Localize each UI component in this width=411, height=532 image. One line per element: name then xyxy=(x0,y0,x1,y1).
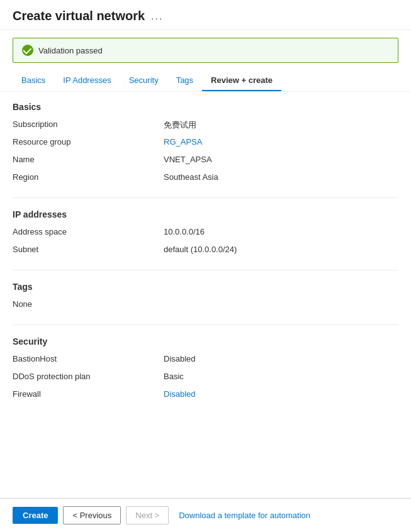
field-resource-group-value[interactable]: RG_APSA xyxy=(164,137,202,147)
field-bastion-host-label: BastionHost xyxy=(13,354,164,363)
page-header: Create virtual network ... xyxy=(0,0,411,30)
field-ddos-protection-label: DDoS protection plan xyxy=(13,372,164,381)
validation-banner: Validation passed xyxy=(13,38,398,63)
field-name-label: Name xyxy=(13,155,164,164)
field-ddos-protection: DDoS protection plan Basic xyxy=(13,372,398,385)
tab-basics[interactable]: Basics xyxy=(13,70,54,91)
field-ddos-protection-value: Basic xyxy=(164,372,184,381)
previous-button[interactable]: < Previous xyxy=(63,506,121,524)
tab-tags[interactable]: Tags xyxy=(167,70,202,91)
field-name: Name VNET_APSA xyxy=(13,155,398,169)
tabs-bar: Basics IP Addresses Security Tags Review… xyxy=(0,70,411,92)
section-security-title: Security xyxy=(13,336,398,346)
section-basics-title: Basics xyxy=(13,102,398,112)
field-subscription: Subscription 免费试用 xyxy=(13,119,398,133)
field-address-space: Address space 10.0.0.0/16 xyxy=(13,227,398,241)
section-tags: Tags None xyxy=(13,282,398,313)
download-template-link[interactable]: Download a template for automation xyxy=(179,511,310,520)
field-resource-group: Resource group RG_APSA xyxy=(13,137,398,151)
create-button[interactable]: Create xyxy=(13,507,58,524)
field-resource-group-label: Resource group xyxy=(13,137,164,147)
validation-check-icon xyxy=(22,45,33,56)
field-address-space-value: 10.0.0.0/16 xyxy=(164,227,205,236)
field-tags-none-value: None xyxy=(13,299,32,309)
main-content: Basics Subscription 免费试用 Resource group … xyxy=(0,92,411,498)
next-button: Next > xyxy=(126,506,169,524)
section-tags-title: Tags xyxy=(13,282,398,292)
footer-bar: Create < Previous Next > Download a temp… xyxy=(0,498,411,532)
field-tags-none: None xyxy=(13,299,398,313)
header-ellipsis: ... xyxy=(151,11,163,22)
divider-1 xyxy=(13,197,398,198)
field-region: Region Southeast Asia xyxy=(13,172,398,186)
field-firewall-label: Firewall xyxy=(13,389,164,399)
validation-text: Validation passed xyxy=(38,46,103,55)
field-bastion-host-value: Disabled xyxy=(164,354,196,363)
field-bastion-host: BastionHost Disabled xyxy=(13,354,398,368)
section-security: Security BastionHost Disabled DDoS prote… xyxy=(13,336,398,403)
section-ip-addresses-title: IP addresses xyxy=(13,209,398,219)
field-name-value: VNET_APSA xyxy=(164,155,212,164)
tab-review-create[interactable]: Review + create xyxy=(202,70,281,91)
tab-ip-addresses[interactable]: IP Addresses xyxy=(54,70,120,91)
divider-3 xyxy=(13,324,398,325)
field-region-label: Region xyxy=(13,172,164,182)
field-region-value: Southeast Asia xyxy=(164,172,218,182)
field-firewall: Firewall Disabled xyxy=(13,389,398,403)
field-firewall-value: Disabled xyxy=(164,389,196,399)
section-ip-addresses: IP addresses Address space 10.0.0.0/16 S… xyxy=(13,209,398,258)
field-subnet-label: Subnet xyxy=(13,245,164,254)
field-subnet-value: default (10.0.0.0/24) xyxy=(164,245,237,254)
page-title: Create virtual network xyxy=(13,9,145,23)
field-subscription-label: Subscription xyxy=(13,119,164,129)
tab-security[interactable]: Security xyxy=(120,70,167,91)
field-subscription-value: 免费试用 xyxy=(164,119,196,131)
field-address-space-label: Address space xyxy=(13,227,164,236)
divider-2 xyxy=(13,270,398,270)
section-basics: Basics Subscription 免费试用 Resource group … xyxy=(13,102,398,186)
field-subnet: Subnet default (10.0.0.0/24) xyxy=(13,245,398,258)
